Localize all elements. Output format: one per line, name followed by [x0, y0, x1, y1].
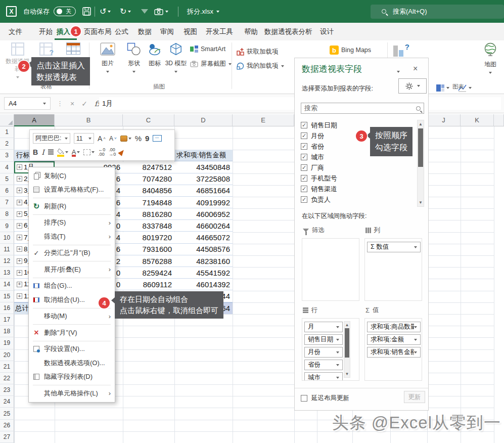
picture-button[interactable]: 图片 [94, 42, 121, 75]
rows-area-scrollbar[interactable]: ▲ ▼ [344, 321, 350, 378]
cell-D4[interactable]: 43450848 [174, 162, 233, 173]
rows-chip-1[interactable]: 销售日期 [304, 334, 343, 345]
cell-D6[interactable]: 46851664 [174, 185, 233, 197]
row-header-12[interactable]: 12 [0, 255, 14, 267]
icons-button[interactable]: 图标 [146, 42, 164, 67]
field-checkbox[interactable]: ✓ [301, 143, 307, 150]
row-header-13[interactable]: 13 [0, 267, 14, 279]
tab-文件[interactable]: 文件 [9, 23, 22, 40]
tab-设计[interactable]: 设计 [320, 23, 334, 40]
row-header-14[interactable]: 14 [0, 279, 14, 290]
cell-D12[interactable]: 48238160 [174, 255, 233, 267]
search-box[interactable]: 搜索(Alt+Q) [371, 5, 504, 19]
row-header-8[interactable]: 8 [0, 208, 14, 220]
expand-icon[interactable]: + [17, 211, 22, 217]
cell-C6[interactable]: 8404856 [123, 185, 174, 197]
panel-close-button[interactable]: × [413, 64, 418, 73]
rows-chip-4[interactable]: 城市 [304, 372, 343, 381]
cell-C4[interactable]: 8247512 [123, 162, 174, 173]
column-header-E[interactable]: E [233, 114, 294, 126]
row-header-20[interactable]: 20 [0, 349, 14, 361]
menu-item-0[interactable]: 复制(C) [29, 169, 115, 183]
column-header-K[interactable]: K [461, 114, 494, 126]
menu-item-13[interactable]: 隐藏字段列表(D) [29, 370, 115, 384]
cell-C11[interactable]: 7931600 [123, 244, 174, 255]
expand-icon[interactable]: + [17, 176, 22, 182]
bold-button[interactable]: B [33, 148, 38, 156]
field-item-厂商[interactable]: ✓厂商 [301, 162, 416, 173]
tab-公式[interactable]: 公式 [115, 23, 128, 40]
row-header-1[interactable]: 1 [0, 126, 14, 138]
row-header-26[interactable]: 26 [0, 420, 14, 431]
field-item-销售渠道[interactable]: ✓销售渠道 [301, 184, 416, 194]
row-header-16[interactable]: 16 [0, 302, 14, 314]
row-header-3[interactable]: 3 [0, 150, 14, 161]
column-header-D[interactable]: D [174, 114, 233, 126]
expand-icon[interactable]: + [17, 246, 22, 252]
tab-数据[interactable]: 数据 [138, 23, 152, 40]
chart-type-button-1[interactable] [436, 84, 449, 92]
enter-button[interactable]: ✓ [81, 100, 87, 108]
expand-icon[interactable]: + [17, 282, 22, 287]
borders-lines-button[interactable] [48, 149, 54, 155]
decrease-decimal-button[interactable]: .00→0 [109, 148, 116, 157]
expand-icon[interactable]: + [17, 293, 22, 299]
field-checkbox[interactable]: ✓ [301, 164, 307, 171]
decrease-font-button[interactable]: A˅ [109, 135, 117, 142]
row-header-17[interactable]: 17 [0, 314, 14, 326]
expand-icon[interactable]: + [17, 188, 22, 193]
cell-C14[interactable]: 8609112 [123, 279, 174, 290]
cell-D11[interactable]: 44508576 [174, 244, 233, 255]
values-chip-1[interactable]: 求和项:金额 [367, 334, 421, 345]
field-checkbox[interactable]: ✓ [301, 132, 307, 139]
expand-icon[interactable]: + [17, 270, 22, 276]
rows-chip-3[interactable]: 省份 [304, 360, 343, 370]
values-chip-2[interactable]: 求和项:销售金额 [367, 347, 421, 358]
screenshot-button[interactable]: 屏幕截图 [190, 60, 232, 68]
menu-item-14[interactable]: 其他单元格操作(L)› [29, 386, 115, 401]
autosave-toggle[interactable]: 关 [54, 0, 76, 23]
row-header-24[interactable]: 24 [0, 396, 14, 408]
row-header-18[interactable]: 18 [0, 326, 14, 337]
expand-icon[interactable]: + [17, 235, 22, 240]
row-header-25[interactable]: 25 [0, 408, 14, 419]
row-header-10[interactable]: 10 [0, 232, 14, 244]
smartart-button[interactable]: SmartArt [190, 46, 225, 53]
panel-options-button[interactable] [397, 67, 400, 74]
cell-D5[interactable]: 37225808 [174, 173, 233, 185]
rows-chip-2[interactable]: 月份 [304, 347, 343, 358]
menu-item-3[interactable]: 排序(S)› [29, 216, 115, 230]
row-header-7[interactable]: 7 [0, 197, 14, 208]
row-header-5[interactable]: 5 [0, 173, 14, 185]
column-header-C[interactable]: C [123, 114, 174, 126]
field-checkbox[interactable]: ✓ [301, 186, 307, 192]
tab-审阅[interactable]: 审阅 [160, 23, 174, 40]
cell-C5[interactable]: 7074280 [123, 173, 174, 185]
bing-maps-button[interactable]: b Bing Maps [330, 46, 371, 55]
field-checkbox[interactable]: ✓ [301, 175, 307, 182]
menu-item-2[interactable]: ↻刷新(R) [29, 199, 115, 213]
columns-chip-0[interactable]: Σ 数值 [367, 242, 421, 252]
name-box[interactable]: A4 [4, 97, 51, 110]
column-header-J[interactable]: J [427, 114, 461, 126]
save-button[interactable] [82, 0, 91, 23]
menu-item-12[interactable]: 数据透视表选项(O)... [29, 356, 115, 370]
tools-dropdown-button[interactable] [398, 78, 427, 94]
expand-icon[interactable]: + [17, 258, 22, 264]
shapes-button[interactable]: 形状 [120, 42, 148, 75]
cell-D7[interactable]: 40919992 [174, 197, 233, 208]
rows-area-box[interactable]: 月销售日期月份省份城市 [302, 318, 359, 381]
redo-button[interactable]: ↻ [120, 0, 131, 23]
recommended-charts-button[interactable]: ? [393, 43, 408, 57]
menu-item-5[interactable]: ✓分类汇总"月"(B) [29, 246, 115, 260]
map-button[interactable]: 地图 [478, 42, 502, 76]
font-name-dropdown[interactable]: 阿里巴巴: [33, 133, 70, 144]
filter-button[interactable] [141, 0, 148, 23]
cell-C9[interactable]: 8337848 [123, 220, 174, 232]
row-header-15[interactable]: 15 [0, 291, 14, 302]
autofit-button[interactable] [153, 135, 162, 142]
row-header-23[interactable]: 23 [0, 384, 14, 396]
columns-area-box[interactable]: Σ 数值 [364, 238, 422, 301]
my-addins-button[interactable]: 我的加载项 [237, 62, 284, 70]
field-checkbox[interactable]: ✓ [301, 122, 307, 128]
